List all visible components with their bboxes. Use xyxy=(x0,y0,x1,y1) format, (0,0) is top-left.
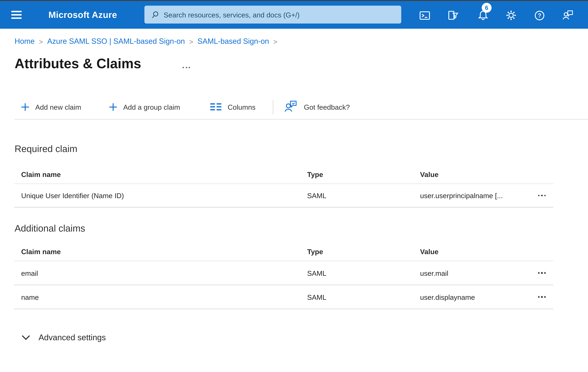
feedback-person-icon xyxy=(561,9,574,22)
table-header-row: Claim name Type Value xyxy=(14,242,553,261)
columns-label: Columns xyxy=(228,103,256,111)
row-more-menu[interactable] xyxy=(531,296,553,298)
cloud-shell-icon xyxy=(419,9,431,21)
table-row[interactable]: name SAML user.displayname xyxy=(14,285,553,309)
additional-claims-table: Claim name Type Value email SAML user.ma… xyxy=(14,242,553,309)
columns-icon xyxy=(210,103,221,111)
search-placeholder: Search resources, services, and docs (G+… xyxy=(164,11,300,19)
table-row[interactable]: email SAML user.mail xyxy=(14,261,553,285)
got-feedback-button[interactable]: Got feedback? xyxy=(284,98,350,116)
row-more-menu[interactable] xyxy=(531,195,553,196)
type-cell: SAML xyxy=(307,191,420,200)
settings-button[interactable] xyxy=(502,2,520,29)
help-button[interactable]: ? xyxy=(530,2,549,29)
plus-icon xyxy=(109,103,117,111)
value-cell: user.displayname xyxy=(420,293,531,301)
claim-name-cell: name xyxy=(14,293,307,301)
command-bar: Add new claim Add a group claim xyxy=(0,98,588,116)
brand-title[interactable]: Microsoft Azure xyxy=(48,1,117,29)
page-title: Attributes & Claims xyxy=(15,56,141,72)
column-header-type: Type xyxy=(307,170,420,178)
cloud-shell-button[interactable] xyxy=(415,2,434,29)
claim-name-cell: email xyxy=(14,269,307,277)
breadcrumb: Home > Azure SAML SSO | SAML-based Sign-… xyxy=(15,37,277,46)
toolbar-divider xyxy=(273,100,273,114)
notification-badge: 6 xyxy=(482,3,492,13)
title-more-menu[interactable] xyxy=(182,67,190,68)
breadcrumb-chevron-icon: > xyxy=(189,37,193,45)
help-icon: ? xyxy=(534,9,546,21)
column-header-type: Type xyxy=(307,247,420,255)
global-search-input[interactable]: Search resources, services, and docs (G+… xyxy=(144,6,401,23)
plus-icon xyxy=(21,103,29,111)
required-claim-table: Claim name Type Value Unique User Identi… xyxy=(14,165,553,208)
add-group-claim-button[interactable]: Add a group claim xyxy=(109,98,180,116)
column-header-claim-name: Claim name xyxy=(14,170,307,178)
claim-name-cell: Unique User Identifier (Name ID) xyxy=(14,191,307,200)
add-new-claim-button[interactable]: Add new claim xyxy=(21,98,81,116)
value-cell: user.mail xyxy=(420,269,531,277)
breadcrumb-saml-signon[interactable]: SAML-based Sign-on xyxy=(198,37,269,46)
got-feedback-label: Got feedback? xyxy=(304,103,350,111)
hamburger-menu-icon[interactable] xyxy=(11,11,22,19)
directory-filter-icon xyxy=(447,9,459,21)
columns-button[interactable]: Columns xyxy=(210,98,256,116)
chevron-down-icon xyxy=(22,335,30,340)
column-header-value: Value xyxy=(420,170,531,178)
azure-top-bar: Microsoft Azure Search resources, servic… xyxy=(0,1,588,29)
toolbar-rule xyxy=(15,119,588,119)
directory-filter-button[interactable] xyxy=(444,2,462,29)
advanced-settings-label: Advanced settings xyxy=(39,332,106,342)
value-cell: user.userprincipalname [... xyxy=(420,191,531,200)
add-group-claim-label: Add a group claim xyxy=(123,103,180,111)
search-icon xyxy=(151,11,158,18)
settings-gear-icon xyxy=(504,9,517,22)
breadcrumb-app[interactable]: Azure SAML SSO | SAML-based Sign-on xyxy=(47,37,185,46)
advanced-settings-toggle[interactable]: Advanced settings xyxy=(22,329,106,345)
additional-claims-heading: Additional claims xyxy=(15,223,85,234)
add-new-claim-label: Add new claim xyxy=(35,103,81,111)
row-more-menu[interactable] xyxy=(531,272,553,274)
notifications-button[interactable]: 6 xyxy=(474,2,493,29)
feedback-button[interactable] xyxy=(558,2,577,29)
type-cell: SAML xyxy=(307,269,420,277)
feedback-person-icon xyxy=(284,99,298,114)
type-cell: SAML xyxy=(307,293,420,301)
svg-text:?: ? xyxy=(538,12,541,19)
window-top-edge xyxy=(0,0,588,1)
column-header-claim-name: Claim name xyxy=(14,247,307,255)
breadcrumb-chevron-icon: > xyxy=(39,37,43,45)
column-header-value: Value xyxy=(420,247,531,255)
breadcrumb-chevron-icon: > xyxy=(273,37,277,45)
azure-portal-page: Microsoft Azure Search resources, servic… xyxy=(0,0,588,372)
required-claim-heading: Required claim xyxy=(15,144,77,154)
table-header-row: Claim name Type Value xyxy=(14,165,553,184)
breadcrumb-home[interactable]: Home xyxy=(15,37,35,46)
table-row[interactable]: Unique User Identifier (Name ID) SAML us… xyxy=(14,184,553,208)
